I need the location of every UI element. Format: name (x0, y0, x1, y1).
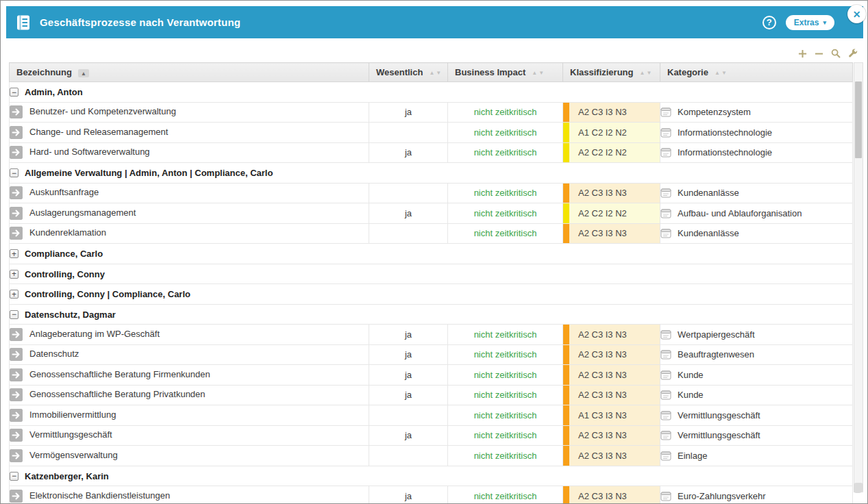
open-process-arrow-icon[interactable] (10, 328, 23, 341)
wrench-icon[interactable] (848, 49, 858, 58)
process-name: Auslagerungsmanagement (29, 207, 136, 218)
process-name-cell: Benutzer- und Kompetenzverwaltung (10, 102, 369, 123)
kategorie-cell: Kunde (660, 365, 853, 386)
open-process-arrow-icon[interactable] (10, 126, 23, 139)
open-process-arrow-icon[interactable] (10, 348, 23, 361)
open-process-arrow-icon[interactable] (10, 368, 23, 381)
column-header-wesentlich[interactable]: Wesentlich▲▼ (369, 63, 448, 82)
open-process-arrow-icon[interactable] (10, 409, 23, 422)
sort-icons[interactable]: ▲▼ (532, 70, 545, 76)
scrollbar-thumb[interactable] (855, 81, 862, 158)
klassifizierung-value: A2 C3 I3 N3 (569, 188, 627, 198)
group-row[interactable]: +Compliance, Carlo (10, 244, 853, 264)
collapse-icon[interactable]: − (10, 472, 18, 481)
table-row[interactable]: Benutzer- und Kompetenzverwaltungjanicht… (10, 102, 853, 123)
table-row[interactable]: Vermittlungsgeschäftjanicht zeitkritisch… (10, 425, 853, 446)
klassifizierung-value: A2 C3 I3 N3 (569, 349, 627, 360)
table-row[interactable]: Elektronische Bankdienstleistungenjanich… (10, 486, 853, 504)
process-name: Kundenreklamation (29, 227, 106, 238)
wesentlich-cell (369, 223, 448, 244)
process-name-cell: Genossenschaftliche Beratung Firmenkunde… (10, 365, 369, 386)
group-label: Allgemeine Verwaltung | Admin, Anton | C… (25, 168, 273, 178)
open-process-arrow-icon[interactable] (10, 429, 23, 442)
klassifizierung-color-bar (563, 325, 569, 344)
expand-icon[interactable]: + (10, 249, 18, 258)
column-header-kategorie[interactable]: Kategorie▲▼ (660, 63, 853, 82)
kategorie-value: Aufbau- und Ablauforganisation (678, 208, 802, 218)
table-row[interactable]: Hard- und Softwareverwaltungjanicht zeit… (10, 142, 853, 163)
column-header-klassifizierung[interactable]: Klassifizierung▲▼ (563, 63, 660, 82)
help-button[interactable]: ? (762, 16, 776, 29)
wesentlich-cell: ja (369, 425, 448, 446)
table-row[interactable]: Kundenreklamationnicht zeitkritischA2 C3… (10, 223, 853, 244)
klassifizierung-cell: A2 C3 I3 N3 (563, 425, 660, 446)
minus-icon[interactable] (815, 49, 823, 58)
kategorie-value: Vermittlungsgeschäft (678, 410, 760, 420)
business-impact-cell: nicht zeitkritisch (448, 446, 563, 466)
plus-icon[interactable] (798, 49, 807, 58)
klassifizierung-color-bar (563, 224, 569, 244)
open-process-arrow-icon[interactable] (10, 490, 23, 503)
expand-icon[interactable]: + (10, 270, 18, 279)
search-icon[interactable] (831, 49, 841, 58)
table-row[interactable]: Genossenschaftliche Beratung Privatkunde… (10, 385, 853, 405)
table-row[interactable]: Change- und Releasemanagementnicht zeitk… (10, 123, 853, 143)
sort-asc-icon[interactable]: ▲ (78, 69, 89, 77)
group-row[interactable]: −Katzenberger, Karin (10, 466, 853, 486)
group-row[interactable]: −Datenschutz, Dagmar (10, 304, 853, 325)
open-process-arrow-icon[interactable] (10, 207, 23, 220)
category-icon (660, 390, 671, 401)
category-icon (660, 349, 671, 360)
klassifizierung-cell: A2 C3 I3 N3 (563, 325, 660, 345)
open-process-arrow-icon[interactable] (10, 105, 23, 118)
table-row[interactable]: Datenschutzjanicht zeitkritischA2 C3 I3 … (10, 344, 853, 365)
table-row[interactable]: Anlageberatung im WP-Geschäftjanicht zei… (10, 325, 853, 345)
sort-icons[interactable]: ▲▼ (715, 70, 728, 76)
klassifizierung-color-bar (563, 143, 569, 163)
vertical-scrollbar[interactable] (854, 62, 863, 492)
klassifizierung-cell: A2 C3 I3 N3 (563, 102, 660, 123)
open-process-arrow-icon[interactable] (10, 388, 23, 401)
kategorie-value: Euro-Zahlungsverkehr (678, 491, 766, 501)
klassifizierung-value: A2 C3 I3 N3 (569, 107, 627, 117)
table-row[interactable]: Genossenschaftliche Beratung Firmenkunde… (10, 365, 853, 386)
table-row[interactable]: Immobilienvermittlungnicht zeitkritischA… (10, 405, 853, 426)
group-label: Controlling, Conny (25, 269, 105, 279)
klassifizierung-color-bar (563, 203, 569, 223)
close-button[interactable]: ✕ (847, 5, 866, 23)
column-label: Wesentlich (376, 67, 423, 77)
process-name-cell: Vermittlungsgeschäft (10, 425, 369, 446)
kategorie-cell: Beauftragtenwesen (660, 344, 853, 365)
table-row[interactable]: Vermögensverwaltungnicht zeitkritischA2 … (10, 446, 853, 466)
open-process-arrow-icon[interactable] (10, 449, 23, 462)
process-name-cell: Datenschutz (10, 344, 369, 365)
open-process-arrow-icon[interactable] (10, 146, 23, 159)
column-header-business-impact[interactable]: Business Impact▲▼ (448, 63, 563, 82)
collapse-icon[interactable]: − (10, 168, 18, 177)
table-row[interactable]: Auslagerungsmanagementjanicht zeitkritis… (10, 203, 853, 224)
sort-icons[interactable]: ▲▼ (429, 70, 443, 76)
expand-icon[interactable]: + (10, 290, 18, 299)
column-header-bezeichnung[interactable]: Bezeichnung▲ (10, 63, 369, 82)
wesentlich-cell: ja (369, 102, 448, 123)
wesentlich-cell (369, 405, 448, 426)
sort-icons[interactable]: ▲▼ (639, 70, 653, 76)
klassifizierung-value: A2 C3 I3 N3 (569, 390, 627, 400)
extras-button[interactable]: Extras ▾ (786, 15, 834, 30)
table-header-row: Bezeichnung▲Wesentlich▲▼Business Impact▲… (10, 63, 853, 82)
scrollbar-corner[interactable] (854, 483, 863, 493)
open-process-arrow-icon[interactable] (10, 186, 23, 199)
group-row[interactable]: −Admin, Anton (10, 82, 853, 103)
klassifizierung-cell: A1 C3 I3 N3 (563, 405, 660, 426)
table-row[interactable]: Auskunftsanfragenicht zeitkritischA2 C3 … (10, 183, 853, 203)
open-process-arrow-icon[interactable] (10, 227, 23, 240)
collapse-icon[interactable]: − (10, 310, 18, 319)
klassifizierung-color-bar (563, 184, 569, 203)
group-row[interactable]: +Controlling, Conny (10, 264, 853, 284)
group-row[interactable]: +Controlling, Conny | Compliance, Carlo (10, 284, 853, 305)
process-name: Auskunftsanfrage (29, 187, 99, 197)
klassifizierung-value: A2 C3 I3 N3 (569, 430, 627, 440)
collapse-icon[interactable]: − (10, 88, 18, 97)
category-icon (660, 188, 671, 199)
group-row[interactable]: −Allgemeine Verwaltung | Admin, Anton | … (10, 163, 853, 184)
